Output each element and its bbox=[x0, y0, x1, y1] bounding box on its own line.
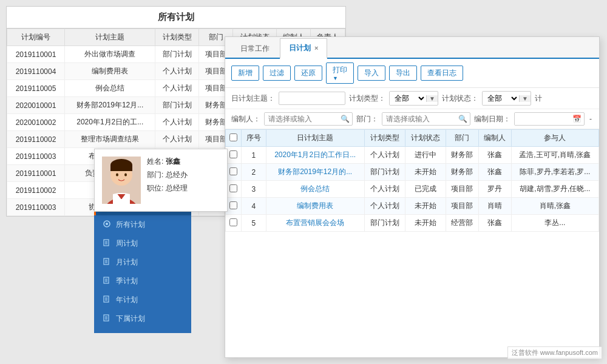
bg-col-header: 计划主题 bbox=[65, 29, 155, 46]
main-col-header: 日计划主题 bbox=[266, 130, 364, 147]
sidebar-item-年计划[interactable]: 年计划 bbox=[94, 291, 191, 309]
sidebar-item-icon bbox=[103, 239, 111, 248]
tab-close-icon[interactable]: × bbox=[314, 44, 318, 52]
sidebar-item-周计划[interactable]: 周计划 bbox=[94, 234, 191, 253]
date-start-wrap: 📅 bbox=[514, 112, 585, 126]
dept-label: 部门： bbox=[356, 114, 378, 124]
dept-search-wrap: 🔍 bbox=[382, 112, 470, 126]
tab-日常工作[interactable]: 日常工作 bbox=[231, 39, 279, 59]
topic-label: 日计划主题： bbox=[231, 93, 275, 104]
data-table-wrap: 序号日计划主题计划类型计划状态部门编制人参与人 12020年1月2日的工作日..… bbox=[225, 129, 599, 357]
svg-point-12 bbox=[106, 223, 108, 225]
svg-rect-4 bbox=[110, 165, 132, 171]
toolbar-btn-过滤[interactable]: 过滤 bbox=[263, 66, 291, 81]
type-dropdown-arrow: ▼ bbox=[426, 95, 438, 102]
main-col-header: 编制人 bbox=[478, 130, 511, 147]
toolbar-btn-导入[interactable]: 导入 bbox=[358, 66, 385, 81]
status-badge: 未开始 bbox=[405, 198, 446, 215]
filter-row-1: 日计划主题： 计划类型： 全部部门计划个人计划 ▼ 计划状态： 全部未开始进行中… bbox=[225, 88, 599, 109]
table-row[interactable]: 4编制费用表个人计划未开始项目部肖晴肖晴,张鑫 bbox=[226, 198, 599, 215]
select-all-checkbox[interactable] bbox=[229, 133, 237, 141]
sidebar-item-label: 下属计划 bbox=[116, 314, 145, 324]
main-col-header: 序号 bbox=[242, 130, 266, 147]
editor-search-icon[interactable]: 🔍 bbox=[337, 115, 353, 123]
row-topic[interactable]: 例会总结 bbox=[266, 181, 364, 198]
sidebar-item-icon bbox=[103, 314, 111, 323]
row-topic[interactable]: 布置营销展会会场 bbox=[266, 215, 364, 232]
toolbar-btn-还原[interactable]: 还原 bbox=[294, 66, 322, 81]
main-panel: 日常工作日计划× 新增过滤还原打印 ▼导入导出查看日志 日计划主题： 计划类型：… bbox=[225, 36, 600, 358]
toolbar: 新增过滤还原打印 ▼导入导出查看日志 bbox=[225, 59, 599, 88]
status-dropdown-arrow: ▼ bbox=[519, 95, 531, 102]
status-badge: 进行中 bbox=[405, 147, 446, 164]
type-select-wrap: 全部部门计划个人计划 ▼ bbox=[389, 91, 438, 106]
main-col-header: 参与人 bbox=[511, 130, 599, 147]
type-select[interactable]: 全部部门计划个人计划 bbox=[390, 92, 426, 105]
row-checkbox[interactable] bbox=[229, 150, 237, 158]
sidebar-item-label: 周计划 bbox=[116, 238, 138, 249]
sidebar-item-label: 季计划 bbox=[116, 276, 138, 286]
table-row[interactable]: 12020年1月2日的工作日...个人计划进行中财务部张鑫孟浩,王可可,肖晴,张… bbox=[226, 147, 599, 164]
row-topic[interactable]: 编制费用表 bbox=[266, 198, 364, 215]
toolbar-btn-新增[interactable]: 新增 bbox=[231, 66, 259, 81]
table-row[interactable]: 3例会总结个人计划已完成项目部罗丹胡建,胡雪,罗丹,任晓... bbox=[226, 181, 599, 198]
main-col-header: 部门 bbox=[446, 130, 478, 147]
date-label: 编制日期： bbox=[474, 114, 510, 124]
data-table: 序号日计划主题计划类型计划状态部门编制人参与人 12020年1月2日的工作日..… bbox=[225, 129, 599, 232]
profile-name: 姓名: 张鑫 bbox=[147, 157, 220, 167]
profile-title: 职位: 总经理 bbox=[147, 183, 220, 194]
toolbar-btn-查看日志[interactable]: 查看日志 bbox=[421, 66, 463, 81]
editor-search-wrap: 🔍 bbox=[264, 112, 353, 126]
table-row[interactable]: 5布置营销展会会场部门计划未开始经营部张鑫李丛... bbox=[226, 215, 599, 232]
topic-input[interactable] bbox=[279, 92, 345, 105]
status-select-wrap: 全部未开始进行中已完成 ▼ bbox=[482, 91, 531, 106]
watermark-text: 泛普软件 bbox=[512, 349, 538, 356]
watermark-url: www.fanpusoft.com bbox=[540, 349, 598, 356]
toolbar-btn-打印[interactable]: 打印 ▼ bbox=[326, 62, 354, 84]
sidebar-item-icon bbox=[103, 220, 111, 229]
date-separator: - bbox=[588, 115, 593, 123]
status-select[interactable]: 全部未开始进行中已完成 bbox=[483, 92, 519, 105]
table-row[interactable]: 2财务部2019年12月的...部门计划未开始财务部张鑫陈菲,罗丹,李若若,罗.… bbox=[226, 164, 599, 181]
row-topic[interactable]: 财务部2019年12月的... bbox=[266, 164, 364, 181]
bg-panel-title: 所有计划 bbox=[7, 7, 345, 29]
bg-col-header: 计划编号 bbox=[7, 29, 65, 46]
svg-point-6 bbox=[124, 174, 127, 177]
sidebar-item-icon bbox=[103, 258, 111, 267]
sidebar-item-月计划[interactable]: 月计划 bbox=[94, 253, 191, 272]
row-checkbox[interactable] bbox=[229, 218, 237, 226]
profile-card: 姓名: 张鑫 部门: 总经办 职位: 总经理 bbox=[94, 149, 228, 212]
tab-日计划[interactable]: 日计划× bbox=[280, 38, 327, 59]
sidebar-item-icon bbox=[103, 295, 111, 305]
row-topic[interactable]: 2020年1月2日的工作日... bbox=[266, 147, 364, 164]
sidebar-item-label: 年计划 bbox=[116, 295, 138, 305]
toolbar-btn-导出[interactable]: 导出 bbox=[389, 66, 417, 81]
date-start-input[interactable] bbox=[515, 113, 569, 125]
sidebar-item-label: 所有计划 bbox=[116, 220, 145, 230]
status-badge: 已完成 bbox=[405, 181, 446, 198]
sidebar-item-label: 月计划 bbox=[116, 257, 138, 268]
filter-row-2: 编制人： 🔍 部门： 🔍 编制日期： 📅 - bbox=[225, 109, 599, 129]
status-badge: 未开始 bbox=[405, 215, 446, 232]
main-col-header: 计划类型 bbox=[364, 130, 405, 147]
sidebar-item-下属计划[interactable]: 下属计划 bbox=[94, 309, 191, 328]
watermark: 泛普软件 www.fanpusoft.com bbox=[507, 346, 602, 359]
editor-search-input[interactable] bbox=[265, 113, 337, 125]
type-label: 计划类型： bbox=[349, 93, 385, 104]
profile-avatar bbox=[102, 157, 141, 204]
status-badge: 未开始 bbox=[405, 164, 446, 181]
sidebar-item-所有计划[interactable]: 所有计划 bbox=[94, 215, 191, 234]
dept-search-icon[interactable]: 🔍 bbox=[455, 115, 470, 123]
svg-point-5 bbox=[116, 174, 118, 177]
sidebar-item-季计划[interactable]: 季计划 bbox=[94, 272, 191, 291]
calendar-start-icon[interactable]: 📅 bbox=[569, 115, 585, 123]
row-checkbox[interactable] bbox=[229, 184, 237, 192]
main-col-header bbox=[226, 130, 242, 147]
bg-col-header: 计划类型 bbox=[155, 29, 199, 46]
dept-search-input[interactable] bbox=[382, 113, 455, 125]
editor-label: 编制人： bbox=[231, 114, 260, 124]
profile-dept: 部门: 总经办 bbox=[147, 170, 220, 180]
tabs-bar: 日常工作日计划× bbox=[225, 37, 599, 59]
row-checkbox[interactable] bbox=[229, 167, 237, 175]
row-checkbox[interactable] bbox=[229, 201, 237, 209]
